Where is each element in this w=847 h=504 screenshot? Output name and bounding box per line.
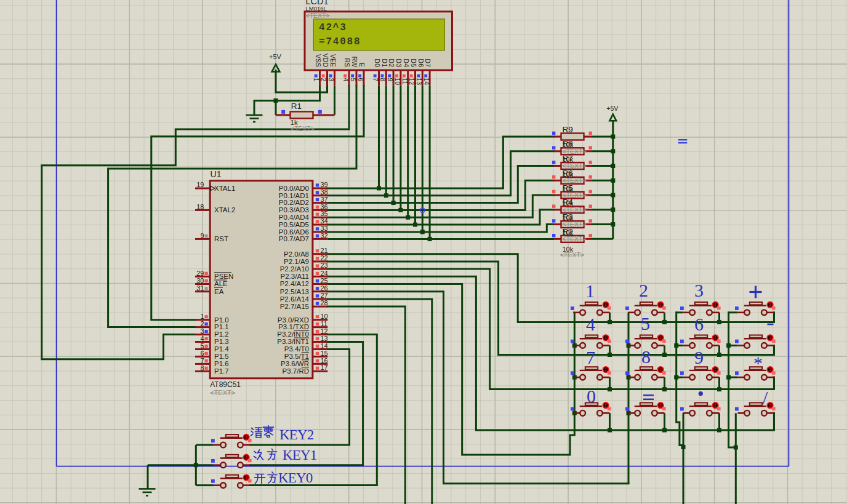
svg-text:/: / (763, 387, 768, 407)
svg-text:D4: D4 (403, 59, 410, 68)
svg-text:P0.1/AD1: P0.1/AD1 (279, 192, 309, 199)
svg-text:XTAL1: XTAL1 (214, 185, 235, 192)
svg-text:32: 32 (321, 232, 328, 239)
svg-text:+5V: +5V (606, 105, 618, 112)
svg-text:R1: R1 (291, 102, 302, 111)
svg-text:<TEXT>: <TEXT> (306, 12, 330, 19)
svg-text:P0.4/AD4: P0.4/AD4 (279, 214, 310, 221)
svg-text:VSS: VSS (315, 54, 322, 67)
svg-text:P2.6/A14: P2.6/A14 (280, 295, 310, 303)
svg-text:*: * (753, 353, 763, 373)
svg-text:D3: D3 (395, 59, 403, 68)
svg-text:P1.5: P1.5 (214, 353, 229, 360)
svg-text:P1.6: P1.6 (214, 360, 229, 367)
svg-text:P3.0/RXD: P3.0/RXD (278, 316, 309, 324)
svg-text:14: 14 (423, 78, 430, 86)
svg-text:P1.7: P1.7 (214, 367, 229, 375)
svg-text:12: 12 (321, 327, 328, 335)
svg-text:4: 4 (342, 78, 350, 82)
svg-text:D1: D1 (381, 59, 388, 68)
svg-text:23: 23 (321, 262, 328, 269)
svg-text:LM016L: LM016L (306, 5, 327, 12)
svg-text:P0.2/AD2: P0.2/AD2 (279, 199, 309, 206)
svg-text:34: 34 (321, 217, 328, 225)
svg-text:7: 7 (586, 347, 595, 367)
svg-text:42^3: 42^3 (319, 22, 347, 33)
svg-text:PSEN: PSEN (214, 273, 233, 280)
svg-text:2: 2 (320, 78, 327, 82)
svg-text:29: 29 (196, 270, 204, 277)
svg-text:38: 38 (321, 188, 328, 196)
svg-text:VEE: VEE (329, 54, 337, 67)
svg-text:5: 5 (200, 342, 204, 350)
svg-text:P3.5/T1: P3.5/T1 (284, 353, 309, 360)
svg-text:P2.4/A12: P2.4/A12 (280, 280, 309, 287)
svg-text:7: 7 (372, 78, 379, 82)
svg-text:1: 1 (585, 281, 595, 301)
svg-text:13: 13 (321, 335, 328, 342)
svg-text:9: 9 (200, 232, 204, 239)
svg-text:11: 11 (321, 320, 327, 327)
svg-text:P2.3/A11: P2.3/A11 (281, 273, 309, 280)
svg-text:+5V: +5V (269, 53, 282, 60)
svg-text:4: 4 (586, 314, 595, 334)
svg-text:24: 24 (321, 270, 328, 277)
svg-text:1: 1 (313, 78, 320, 82)
svg-text:KEY2: KEY2 (279, 427, 314, 442)
svg-text:RW: RW (351, 57, 358, 67)
svg-text:D6: D6 (417, 59, 425, 68)
svg-text:7: 7 (200, 357, 204, 364)
svg-text:10: 10 (394, 78, 401, 86)
svg-text:37: 37 (321, 196, 328, 203)
svg-text:3: 3 (694, 280, 704, 300)
svg-text:10: 10 (321, 313, 328, 320)
svg-text:P1.1: P1.1 (214, 323, 229, 330)
svg-text:2: 2 (200, 320, 204, 327)
svg-text:36: 36 (321, 203, 328, 210)
svg-text:26: 26 (321, 284, 328, 292)
svg-text:14: 14 (321, 342, 328, 350)
svg-text:D5: D5 (410, 59, 417, 68)
svg-text:6: 6 (694, 314, 704, 334)
svg-text:P0.6/AD6: P0.6/AD6 (279, 228, 309, 236)
svg-text:17: 17 (321, 364, 328, 371)
svg-text:EA: EA (214, 288, 224, 295)
svg-text:0: 0 (587, 386, 596, 406)
svg-text:RS: RS (343, 58, 351, 67)
svg-text:P0.7/AD7: P0.7/AD7 (279, 235, 309, 242)
svg-text:E: E (358, 63, 366, 67)
svg-text:P3.2/INT0: P3.2/INT0 (277, 330, 309, 338)
svg-text:=74088: =74088 (319, 36, 361, 47)
svg-text:<TEXT>: <TEXT> (563, 235, 587, 242)
svg-text:P2.1/A9: P2.1/A9 (284, 258, 309, 265)
svg-text:27: 27 (321, 292, 328, 299)
svg-text:P0.5/AD5: P0.5/AD5 (279, 221, 309, 228)
svg-text:31: 31 (196, 284, 204, 292)
svg-text:9: 9 (694, 347, 704, 367)
svg-text:VDD: VDD (322, 54, 329, 68)
svg-text:<TEXT>: <TEXT> (291, 125, 315, 132)
svg-text:AT89C51: AT89C51 (210, 380, 241, 389)
svg-text:XTAL2: XTAL2 (214, 206, 235, 214)
svg-text:6: 6 (200, 350, 204, 357)
svg-text:12: 12 (408, 78, 415, 86)
svg-text:13: 13 (415, 78, 423, 86)
svg-text:P1.0: P1.0 (214, 316, 229, 324)
svg-text:6: 6 (357, 78, 364, 82)
svg-text:P1.4: P1.4 (214, 345, 229, 353)
svg-text:28: 28 (321, 299, 328, 306)
svg-text:25: 25 (321, 277, 328, 284)
svg-text:1: 1 (200, 313, 204, 320)
svg-text:KEY1: KEY1 (283, 447, 317, 463)
svg-text:P0.0/AD0: P0.0/AD0 (279, 185, 309, 192)
svg-text:P2.5/A13: P2.5/A13 (280, 288, 309, 295)
svg-text:RST: RST (214, 235, 228, 242)
svg-text:ALE: ALE (214, 280, 228, 287)
svg-text:P3.7/RD: P3.7/RD (283, 367, 309, 375)
svg-text:4: 4 (200, 335, 204, 342)
svg-text:P3.6/WR: P3.6/WR (281, 360, 309, 367)
svg-text:18: 18 (196, 203, 204, 210)
svg-text:D0: D0 (374, 59, 381, 68)
svg-text:R9: R9 (563, 125, 573, 134)
svg-text:P3.4/T0: P3.4/T0 (284, 345, 309, 353)
